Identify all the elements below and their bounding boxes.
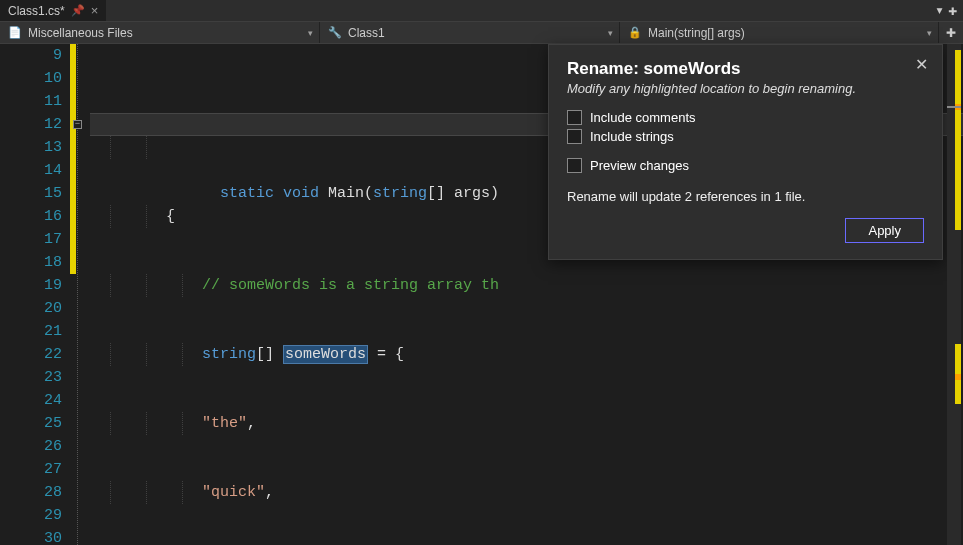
line-number: 11 <box>0 90 62 113</box>
line-number: 14 <box>0 159 62 182</box>
line-number-gutter: 9 10 11 12 13 14 15 16 17 18 19 20 21 22… <box>0 44 72 545</box>
checkbox-icon[interactable] <box>567 129 582 144</box>
nav-project-dropdown[interactable]: 📄 Miscellaneous Files ▾ <box>0 22 320 43</box>
rename-panel: ✕ Rename: someWords Modify any highlight… <box>548 44 943 260</box>
apply-button[interactable]: Apply <box>845 218 924 243</box>
split-view-icon[interactable]: ✚ <box>939 22 963 43</box>
line-number: 20 <box>0 297 62 320</box>
nav-project-label: Miscellaneous Files <box>28 26 133 40</box>
line-number: 19 <box>0 274 62 297</box>
scrollbar-change-mark <box>955 50 961 230</box>
checkbox-label: Include comments <box>590 110 696 125</box>
line-number: 18 <box>0 251 62 274</box>
code-line: "quick", <box>90 481 963 504</box>
close-icon[interactable]: × <box>91 3 99 18</box>
checkbox-icon[interactable] <box>567 110 582 125</box>
line-number: 12 <box>0 113 62 136</box>
line-number: 27 <box>0 458 62 481</box>
checkbox-icon[interactable] <box>567 158 582 173</box>
line-number: 21 <box>0 320 62 343</box>
nav-member-dropdown[interactable]: 🔒 Main(string[] args) ▾ <box>620 22 939 43</box>
fold-toggle-icon[interactable]: − <box>73 120 82 129</box>
code-line: string[] someWords = { <box>90 343 963 366</box>
rename-subtitle: Modify any highlighted location to begin… <box>567 81 924 96</box>
chevron-down-icon: ▾ <box>608 28 613 38</box>
line-number: 25 <box>0 412 62 435</box>
vertical-scrollbar[interactable] <box>947 44 961 545</box>
line-number: 29 <box>0 504 62 527</box>
class-icon: 🔧 <box>328 26 342 40</box>
navigation-bar: 📄 Miscellaneous Files ▾ 🔧 Class1 ▾ 🔒 Mai… <box>0 22 963 44</box>
nav-member-label: Main(string[] args) <box>648 26 745 40</box>
code-line: "the", <box>90 412 963 435</box>
chevron-down-icon: ▾ <box>927 28 932 38</box>
nav-class-label: Class1 <box>348 26 385 40</box>
rename-target[interactable]: someWords <box>283 345 368 364</box>
line-number: 24 <box>0 389 62 412</box>
chevron-down-icon: ▾ <box>308 28 313 38</box>
include-comments-option[interactable]: Include comments <box>567 110 924 125</box>
line-number: 23 <box>0 366 62 389</box>
tab-bar-tools: ▾ ✚ <box>935 1 963 20</box>
checkbox-label: Preview changes <box>590 158 689 173</box>
tab-add-icon[interactable]: ✚ <box>948 1 957 20</box>
scrollbar-match-mark <box>955 374 961 380</box>
checkbox-label: Include strings <box>590 129 674 144</box>
code-line: // someWords is a string array th <box>90 274 963 297</box>
line-number: 9 <box>0 44 62 67</box>
fold-column: − <box>72 44 90 545</box>
tab-bar: Class1.cs* 📌 × ▾ ✚ <box>0 0 963 22</box>
pin-icon[interactable]: 📌 <box>71 4 85 17</box>
tab-title: Class1.cs* <box>8 4 65 18</box>
file-tab[interactable]: Class1.cs* 📌 × <box>0 0 106 21</box>
method-lock-icon: 🔒 <box>628 26 642 40</box>
line-number: 10 <box>0 67 62 90</box>
line-number: 22 <box>0 343 62 366</box>
line-number: 30 <box>0 527 62 545</box>
line-number: 13 <box>0 136 62 159</box>
nav-class-dropdown[interactable]: 🔧 Class1 ▾ <box>320 22 620 43</box>
preview-changes-option[interactable]: Preview changes <box>567 158 924 173</box>
scrollbar-caret-indicator <box>947 106 961 108</box>
line-number: 26 <box>0 435 62 458</box>
line-number: 17 <box>0 228 62 251</box>
line-number: 16 <box>0 205 62 228</box>
line-number: 28 <box>0 481 62 504</box>
tab-dropdown-icon[interactable]: ▾ <box>935 1 944 20</box>
rename-status: Rename will update 2 references in 1 fil… <box>567 189 924 204</box>
include-strings-option[interactable]: Include strings <box>567 129 924 144</box>
csharp-file-icon: 📄 <box>8 26 22 40</box>
rename-title: Rename: someWords <box>567 59 924 79</box>
line-number: 15 <box>0 182 62 205</box>
close-icon[interactable]: ✕ <box>915 55 928 74</box>
